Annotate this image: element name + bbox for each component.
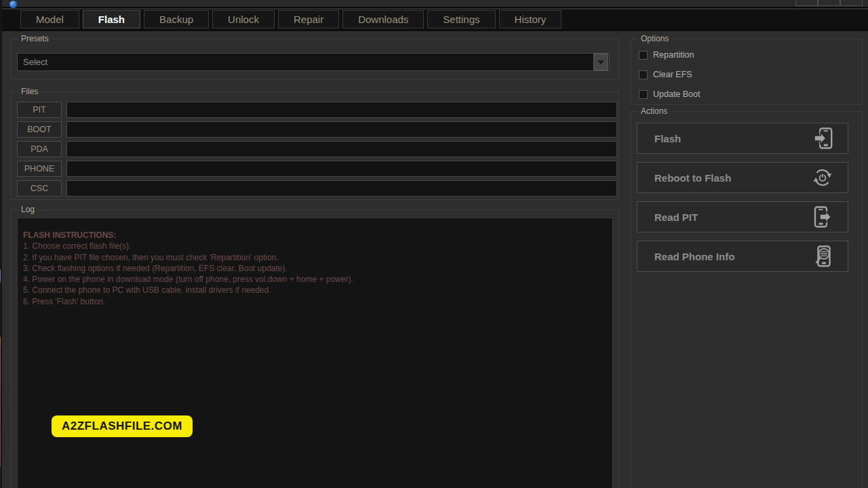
- tab-backup[interactable]: Backup: [144, 10, 209, 28]
- tab-settings[interactable]: Settings: [427, 10, 495, 28]
- watermark-badge: A2ZFLASHFILE.COM: [52, 415, 193, 437]
- minimize-button[interactable]: [795, 0, 818, 6]
- reboot-power-icon: [812, 167, 833, 188]
- repartition-label: Repartition: [653, 50, 694, 60]
- preset-dropdown-value: Select: [18, 57, 593, 67]
- read-phone-info-button-label: Read Phone Info: [637, 251, 814, 262]
- flash-tool-window: Model Flash Backup Unlock Repair Downloa…: [0, 0, 868, 488]
- file-row-pda: PDA: [17, 141, 617, 157]
- log-line: 6. Press 'Flash' button.: [23, 296, 606, 307]
- phone-arrow-in-icon: [814, 127, 833, 149]
- reboot-to-flash-button[interactable]: Reboot to Flash: [637, 162, 848, 193]
- maximize-button[interactable]: [818, 0, 840, 6]
- tab-bar: Model Flash Backup Unlock Repair Downloa…: [0, 9, 868, 29]
- file-row-phone: PHONE: [17, 161, 617, 177]
- titlebar: [0, 0, 868, 8]
- update-boot-label: Update Boot: [653, 89, 701, 99]
- preset-dropdown-button[interactable]: [593, 54, 608, 70]
- log-line: 1. Choose correct flash file(s).: [23, 241, 606, 251]
- pit-file-button[interactable]: PIT: [17, 102, 62, 118]
- clear-efs-checkbox[interactable]: [639, 70, 648, 79]
- repartition-checkbox[interactable]: [639, 51, 648, 60]
- options-groupbox: Options Repartition Clear EFS Update Boo…: [631, 39, 863, 105]
- read-pit-button[interactable]: Read PIT: [637, 201, 848, 232]
- clear-efs-checkbox-row: Clear EFS: [639, 70, 692, 79]
- files-group-label: Files: [18, 87, 41, 96]
- update-boot-checkbox-row: Update Boot: [639, 89, 701, 99]
- phone-file-button[interactable]: PHONE: [17, 161, 62, 177]
- log-line: 2. If you have PIT file chosen, then you…: [23, 252, 606, 263]
- read-phone-info-button[interactable]: Read Phone Info: [637, 241, 848, 272]
- files-groupbox: Files PIT BOOT PDA PHONE CSC: [11, 92, 619, 200]
- clear-efs-label: Clear EFS: [653, 70, 692, 79]
- reboot-button-label: Reboot to Flash: [637, 172, 812, 184]
- pda-file-button[interactable]: PDA: [17, 141, 62, 157]
- file-row-boot: BOOT: [17, 121, 617, 138]
- pit-file-input[interactable]: [66, 102, 617, 118]
- log-group-label: Log: [18, 205, 38, 214]
- app-icon: [9, 1, 17, 8]
- tab-history[interactable]: History: [499, 10, 562, 28]
- close-button[interactable]: [840, 0, 863, 6]
- preset-dropdown[interactable]: Select: [17, 53, 610, 71]
- flash-button-label: Flash: [637, 133, 814, 144]
- background-window-edge: [0, 0, 2, 488]
- presets-groupbox: Presets Select: [11, 39, 619, 79]
- csc-file-button[interactable]: CSC: [17, 180, 62, 197]
- read-pit-button-label: Read PIT: [637, 211, 814, 223]
- tab-downloads[interactable]: Downloads: [342, 10, 424, 28]
- log-heading: FLASH INSTRUCTIONS:: [23, 230, 606, 241]
- file-row-csc: CSC: [17, 180, 617, 197]
- csc-file-input[interactable]: [66, 180, 617, 197]
- flash-button[interactable]: Flash: [637, 123, 848, 154]
- pda-file-input[interactable]: [66, 141, 617, 157]
- file-row-pit: PIT: [17, 102, 617, 118]
- phone-file-input[interactable]: [66, 161, 617, 177]
- presets-group-label: Presets: [18, 34, 52, 43]
- log-line: 5. Connect the phone to PC with USB cabl…: [23, 285, 606, 296]
- log-line: 4. Power on the phone in download mode (…: [23, 274, 606, 285]
- actions-groupbox: Actions Flash Reboot to Flash: [631, 111, 863, 488]
- phone-arrow-out-icon: [814, 206, 833, 228]
- tab-flash[interactable]: Flash: [83, 10, 140, 28]
- log-output[interactable]: FLASH INSTRUCTIONS: 1. Choose correct fl…: [17, 218, 613, 488]
- repartition-checkbox-row: Repartition: [639, 50, 694, 60]
- update-boot-checkbox[interactable]: [639, 90, 648, 99]
- chevron-down-icon: [597, 60, 604, 64]
- options-group-label: Options: [637, 34, 672, 43]
- actions-group-label: Actions: [637, 106, 671, 116]
- tab-model[interactable]: Model: [20, 10, 79, 28]
- tab-repair[interactable]: Repair: [278, 10, 339, 28]
- boot-file-input[interactable]: [66, 121, 617, 138]
- log-line: 3. Check flashing options if needed (Rep…: [23, 263, 606, 274]
- boot-file-button[interactable]: BOOT: [17, 121, 62, 138]
- phone-magnifier-icon: [814, 245, 833, 267]
- tab-unlock[interactable]: Unlock: [212, 10, 275, 28]
- log-groupbox: Log FLASH INSTRUCTIONS: 1. Choose correc…: [11, 209, 619, 488]
- tabbar-divider: [0, 29, 868, 31]
